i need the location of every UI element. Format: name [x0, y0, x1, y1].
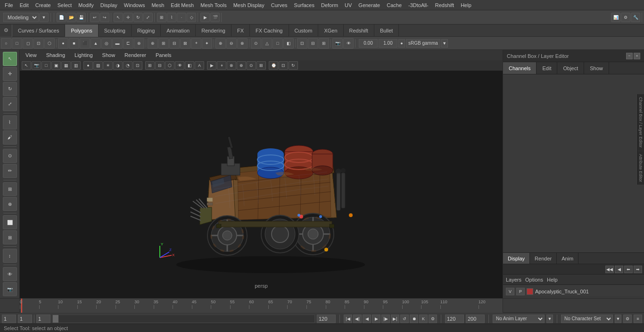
vp-deform-btn[interactable]: ⊕: [237, 61, 246, 70]
tool-settings-btn[interactable]: 🔧: [631, 13, 640, 22]
uv-layout-btn[interactable]: ⊞: [319, 38, 329, 49]
grid-toggle[interactable]: ⊞: [3, 182, 17, 196]
layer-playback-btn[interactable]: P: [516, 288, 525, 295]
ipr-btn[interactable]: 🎬: [210, 13, 220, 22]
vp-refresh-btn[interactable]: ↻: [289, 61, 298, 70]
channel-box-edge-tab[interactable]: Channel Box / Layer Editor: [638, 94, 644, 151]
vertex-select-btn[interactable]: □: [12, 38, 22, 49]
snap-point-btn[interactable]: ·: [177, 13, 186, 22]
render-btn[interactable]: ▶: [200, 13, 210, 22]
menu-deform[interactable]: Deform: [318, 1, 341, 9]
char-set-select[interactable]: No Character Set: [561, 315, 613, 323]
menu-mesh-display[interactable]: Mesh Display: [231, 1, 267, 9]
settings-btn[interactable]: ⚙: [429, 315, 437, 323]
go-start-btn[interactable]: |◀: [344, 315, 352, 323]
vp-side-btn[interactable]: ▦: [61, 61, 71, 70]
vp-ik-btn[interactable]: ⊗: [227, 61, 236, 70]
vp-fps-btn[interactable]: ⌚: [269, 61, 278, 70]
vp-texture-btn[interactable]: ▨: [93, 61, 103, 70]
color-space-select[interactable]: sRGB gamma: [406, 39, 440, 48]
current-frame-input[interactable]: [2, 315, 16, 323]
quadrangulate-btn[interactable]: □: [272, 38, 283, 49]
menu-help[interactable]: Help: [458, 1, 474, 9]
uv-editor-btn[interactable]: ⊡: [297, 38, 307, 49]
vp-shadow-btn[interactable]: ◑: [113, 61, 123, 70]
layer-tab-display[interactable]: Display: [503, 253, 530, 264]
camera-btn[interactable]: 📷: [3, 282, 17, 296]
viewport-content[interactable]: X Y Z: [20, 71, 503, 298]
viewport[interactable]: View Shading Lighting Show Renderer Pane…: [20, 50, 503, 298]
loop-btn[interactable]: ↺: [400, 315, 409, 323]
layer-tab-render[interactable]: Render: [530, 253, 557, 264]
poly-cube-btn[interactable]: ■: [69, 38, 79, 49]
hide-show-btn[interactable]: 👁: [3, 267, 17, 281]
menu-mesh-tools[interactable]: Mesh Tools: [198, 1, 229, 9]
menu-select[interactable]: Select: [55, 1, 75, 9]
time-ruler[interactable]: 0510152025303540455055606570758085909510…: [20, 299, 503, 313]
tab-rigging[interactable]: Rigging: [132, 24, 161, 37]
camera-persp-btn[interactable]: 📷: [332, 38, 343, 49]
scale-tool[interactable]: ⤢: [3, 97, 17, 111]
workspace-select[interactable]: Modeling: [3, 13, 39, 22]
menu-curves[interactable]: Curves: [268, 1, 290, 9]
save-file-btn[interactable]: 💾: [76, 13, 86, 22]
poly-plane-btn[interactable]: ▬: [112, 38, 123, 49]
menu-file[interactable]: File: [2, 1, 16, 9]
menu-display[interactable]: Display: [98, 1, 120, 9]
ch-tab-channels[interactable]: Channels: [503, 62, 537, 74]
menu-redshift[interactable]: Redshift: [432, 1, 457, 9]
vp-light-btn[interactable]: ☀: [103, 61, 113, 70]
menu-modify[interactable]: Modify: [75, 1, 96, 9]
play-fwd-btn[interactable]: ▶: [372, 315, 380, 323]
go-end-btn[interactable]: ▶|: [391, 315, 399, 323]
layer-name[interactable]: Apocalyptic_Truck_001: [535, 289, 641, 294]
snap-curve-btn[interactable]: ⌇: [167, 13, 176, 22]
color-space-dropdown-icon[interactable]: ▼: [441, 39, 448, 48]
camera-near-input[interactable]: 0.00: [359, 39, 378, 48]
vp-shading-btn[interactable]: ●: [83, 61, 93, 70]
menu-create[interactable]: Create: [33, 1, 54, 9]
poly-helix-btn[interactable]: ⊗: [134, 38, 144, 49]
ch-tab-edit[interactable]: Edit: [537, 62, 557, 74]
auto-key-btn[interactable]: K: [419, 315, 428, 323]
select-tool[interactable]: ↖: [3, 52, 17, 66]
step-fwd-btn[interactable]: |▶: [381, 315, 390, 323]
menu-surfaces[interactable]: Surfaces: [291, 1, 317, 9]
tab-fx[interactable]: FX: [231, 24, 250, 37]
vp-hud-btn[interactable]: ⊟: [155, 61, 165, 70]
frame-end-input[interactable]: [317, 315, 336, 323]
layer-right-btn[interactable]: ➡: [634, 266, 642, 273]
tab-redshift[interactable]: Redshift: [344, 24, 374, 37]
rotate-tool[interactable]: ↻: [3, 82, 17, 96]
vp-menu-panels[interactable]: Panels: [154, 51, 173, 59]
extrude-btn[interactable]: ⊕: [148, 38, 158, 49]
vp-aa-btn[interactable]: A: [195, 61, 204, 70]
workspace-dropdown[interactable]: ▼: [39, 13, 49, 22]
menu-3dtoll[interactable]: -3DtoAll-: [405, 1, 431, 9]
snap-btn[interactable]: ⊕: [3, 197, 17, 211]
layer-opt-help[interactable]: Help: [547, 277, 558, 283]
isolate-sel-btn[interactable]: 👁: [343, 38, 354, 49]
layer-color-swatch[interactable]: [527, 288, 533, 295]
vp-isolate-btn[interactable]: 👁: [175, 61, 184, 70]
tab-sculpting[interactable]: Sculpting: [99, 24, 132, 37]
menu-uv[interactable]: UV: [342, 1, 355, 9]
poly-cone-btn[interactable]: ▲: [91, 38, 101, 49]
paint-select-tool[interactable]: 🖌: [3, 130, 17, 145]
tab-curves-surfaces[interactable]: Curves / Surfaces: [12, 24, 65, 37]
step-back-btn[interactable]: ◀|: [353, 315, 362, 323]
layer-arrow-left-btn[interactable]: ◀◀: [605, 266, 614, 273]
panel-close-btn[interactable]: ×: [634, 53, 640, 59]
tab-animation[interactable]: Animation: [161, 24, 196, 37]
uvmap-btn[interactable]: ⬡: [44, 38, 55, 49]
layer-visibility-btn[interactable]: V: [506, 288, 514, 295]
triangulate-btn[interactable]: △: [262, 38, 272, 49]
channel-box-btn[interactable]: 📊: [611, 13, 620, 22]
snap-surface-btn[interactable]: ◇: [187, 13, 196, 22]
record-btn[interactable]: ⏺: [410, 315, 418, 323]
tab-fx-caching[interactable]: FX Caching: [250, 24, 289, 37]
ch-tab-object[interactable]: Object: [557, 62, 584, 74]
undo-btn[interactable]: ↩: [90, 13, 99, 22]
vp-res-btn[interactable]: ⊡: [279, 61, 288, 70]
fill-hole-btn[interactable]: ⊟: [169, 38, 180, 49]
